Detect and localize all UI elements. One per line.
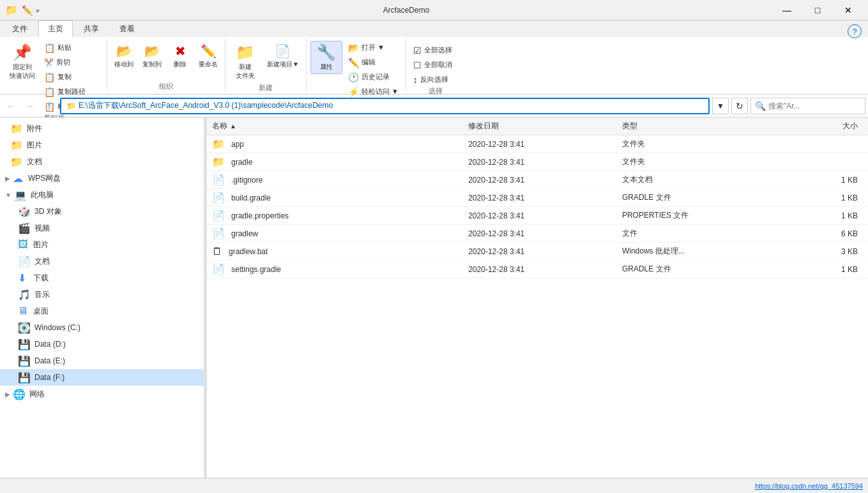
- ribbon: 📌 固定到快速访问 📋粘贴 ✂️剪切 📋复制 📋复制路径 📋粘贴快捷方式: [0, 37, 868, 95]
- sidebar-item-wps[interactable]: ▶ ☁ WPS网盘: [0, 170, 204, 186]
- sidebar-item-label: Data (F:): [34, 373, 65, 382]
- table-row[interactable]: 📄 .gitignore 2020-12-28 3:41 文本文档 1 KB: [207, 171, 868, 189]
- ribbon-group-select: ☑全部选择 ☐全部取消 ↕反向选择 选择: [406, 38, 465, 93]
- column-type[interactable]: 类型: [622, 121, 776, 132]
- maximize-button[interactable]: □: [803, 0, 832, 20]
- tab-share[interactable]: 共享: [74, 20, 109, 37]
- ribbon-tabs: 文件 主页 共享 查看: [0, 20, 868, 37]
- drive-f-icon: 💾: [18, 372, 31, 384]
- table-row[interactable]: 📄 build.gradle 2020-12-28 3:41 GRADLE 文件…: [207, 189, 868, 207]
- sidebar-item-attachments[interactable]: 📁 附件: [0, 120, 204, 137]
- search-icon: 🔍: [755, 101, 766, 111]
- sidebar-item-downloads[interactable]: ⬇ 下载: [0, 269, 204, 286]
- drive-e-icon: 💾: [18, 355, 31, 367]
- edit-button[interactable]: ✏️编辑: [345, 56, 402, 69]
- copy-to-button[interactable]: 📂 复制到: [139, 41, 165, 72]
- new-buttons: 📁 新建文件夹 📄 新建项目▼: [229, 40, 302, 83]
- sidebar-item-label: WPS网盘: [28, 173, 61, 184]
- sidebar-item-data-e[interactable]: 💾 Data (E:): [0, 353, 204, 369]
- title-bar-icons: 📁 ✏️ ▸: [5, 4, 40, 16]
- back-button[interactable]: ←: [3, 98, 19, 114]
- properties-button[interactable]: 🔧 属性: [310, 41, 342, 74]
- ribbon-group-clipboard: 📌 固定到快速访问 📋粘贴 ✂️剪切 📋复制 📋复制路径 📋粘贴快捷方式: [3, 38, 107, 93]
- tab-file[interactable]: 文件: [3, 20, 37, 37]
- delete-button[interactable]: ✖ 删除: [167, 41, 193, 72]
- column-date[interactable]: 修改日期: [468, 121, 622, 132]
- sidebar: 📁 附件 📁 图片 📁 文档 ▶ ☁ WPS网盘 ▼ 💻 此电脑 🎲 3D 对象…: [0, 118, 204, 478]
- tab-home[interactable]: 主页: [38, 20, 73, 37]
- new-item-button[interactable]: 📄 新建项目▼: [264, 41, 302, 72]
- drive-d-icon: 💾: [18, 338, 31, 351]
- sidebar-item-label: 图片: [33, 239, 49, 250]
- select-all-button[interactable]: ☑全部选择: [410, 43, 461, 57]
- close-button[interactable]: ✕: [834, 0, 863, 20]
- select-buttons: ☑全部选择 ☐全部取消 ↕反向选择: [410, 40, 461, 86]
- easy-access-button[interactable]: ⚡轻松访问 ▼: [345, 85, 402, 98]
- sidebar-item-label: 图片: [27, 140, 42, 151]
- sidebar-item-videos[interactable]: 🎬 视频: [0, 220, 204, 236]
- minimize-button[interactable]: —: [772, 0, 802, 20]
- table-row[interactable]: 📁 app 2020-12-28 3:41 文件夹: [207, 135, 868, 153]
- sidebar-item-label: 文档: [34, 256, 50, 267]
- drive-c-icon: 💽: [18, 322, 31, 334]
- sidebar-item-documents[interactable]: 📄 文档: [0, 253, 204, 269]
- copy-button[interactable]: 📋复制: [41, 70, 103, 84]
- tab-view[interactable]: 查看: [110, 20, 144, 37]
- copy-path-button[interactable]: 📋复制路径: [41, 85, 103, 98]
- sidebar-item-network[interactable]: ▶ 🌐 网络: [0, 386, 204, 402]
- rename-button[interactable]: ✏️ 重命名: [195, 41, 221, 72]
- cut-button[interactable]: ✂️剪切: [41, 56, 103, 69]
- sidebar-item-data-d[interactable]: 💾 Data (D:): [0, 336, 204, 353]
- sidebar-item-music[interactable]: 🎵 音乐: [0, 286, 204, 303]
- table-row[interactable]: 📄 settings.gradle 2020-12-28 3:41 GRADLE…: [207, 261, 868, 278]
- sidebar-item-label: 文档: [27, 156, 42, 167]
- new-folder-button[interactable]: 📁 新建文件夹: [229, 41, 261, 83]
- file-list-header: 名称 ▲ 修改日期 类型 大小: [207, 118, 868, 135]
- open-button[interactable]: 📂打开 ▼: [345, 41, 402, 54]
- organize-buttons: 📂 移动到 📂 复制到 ✖ 删除 ✏️ 重命名: [111, 40, 221, 82]
- title-bar: 📁 ✏️ ▸ ArcfaceDemo — □ ✕: [0, 0, 868, 20]
- video-icon: 🎬: [18, 222, 31, 234]
- column-name[interactable]: 名称 ▲: [212, 121, 468, 132]
- folder-icon: 📁: [10, 139, 23, 151]
- help-button[interactable]: ?: [848, 24, 862, 38]
- table-row[interactable]: 🗒 gradlew.bat 2020-12-28 3:41 Windows 批处…: [207, 243, 868, 261]
- sidebar-item-label: Data (E:): [34, 356, 65, 365]
- sidebar-item-pictures[interactable]: 🖼 图片: [0, 236, 204, 253]
- sidebar-item-documents-quick[interactable]: 📁 文档: [0, 153, 204, 170]
- pin-button[interactable]: 📌 固定到快速访问: [6, 41, 38, 83]
- sidebar-item-3d[interactable]: 🎲 3D 对象: [0, 203, 204, 220]
- ribbon-group-new: 📁 新建文件夹 📄 新建项目▼ 新建: [225, 38, 307, 93]
- documents-icon: 📄: [18, 255, 31, 268]
- window-controls: — □ ✕: [772, 0, 863, 20]
- paste-button[interactable]: 📋粘贴: [41, 41, 103, 54]
- sidebar-item-label: 下载: [33, 273, 49, 284]
- column-size[interactable]: 大小: [776, 121, 863, 132]
- nav-bar: ← → ↑ 📁 E:\迅雷下载\ArcSoft_ArcFace_Android_…: [0, 95, 868, 118]
- file-list: 名称 ▲ 修改日期 类型 大小 📁 app 2020-12-28 3:41 文件…: [207, 118, 868, 478]
- computer-icon: 💻: [14, 189, 27, 201]
- sidebar-item-label: 3D 对象: [34, 206, 62, 217]
- 3d-icon: 🎲: [18, 206, 31, 218]
- address-bar[interactable]: 📁 E:\迅雷下载\ArcSoft_ArcFace_Android_V3.0 (…: [60, 98, 710, 114]
- move-to-button[interactable]: 📂 移动到: [111, 41, 137, 72]
- sidebar-item-desktop[interactable]: 🖥 桌面: [0, 303, 204, 319]
- ribbon-group-organize: 📂 移动到 📂 复制到 ✖ 删除 ✏️ 重命名 组织: [107, 38, 225, 93]
- folder-icon: 📁: [10, 123, 23, 135]
- up-button[interactable]: ↑: [41, 98, 57, 114]
- sidebar-item-pictures-quick[interactable]: 📁 图片: [0, 137, 204, 153]
- search-input[interactable]: [768, 102, 864, 110]
- history-button[interactable]: 🕐历史记录: [345, 70, 402, 84]
- address-dropdown-button[interactable]: ▼: [712, 98, 729, 114]
- refresh-button[interactable]: ↻: [731, 98, 748, 114]
- invert-selection-button[interactable]: ↕反向选择: [410, 73, 461, 86]
- table-row[interactable]: 📄 gradle.properties 2020-12-28 3:41 PROP…: [207, 207, 868, 225]
- forward-button[interactable]: →: [22, 98, 38, 114]
- sidebar-item-windows-c[interactable]: 💽 Windows (C:): [0, 319, 204, 336]
- table-row[interactable]: 📄 gradlew 2020-12-28 3:41 文件 6 KB: [207, 225, 868, 243]
- deselect-all-button[interactable]: ☐全部取消: [410, 58, 461, 72]
- table-row[interactable]: 📁 gradle 2020-12-28 3:41 文件夹: [207, 153, 868, 171]
- sidebar-item-data-f[interactable]: 💾 Data (F:): [0, 369, 204, 386]
- sidebar-item-thispc[interactable]: ▼ 💻 此电脑: [0, 186, 204, 203]
- pictures-icon: 🖼: [18, 239, 29, 250]
